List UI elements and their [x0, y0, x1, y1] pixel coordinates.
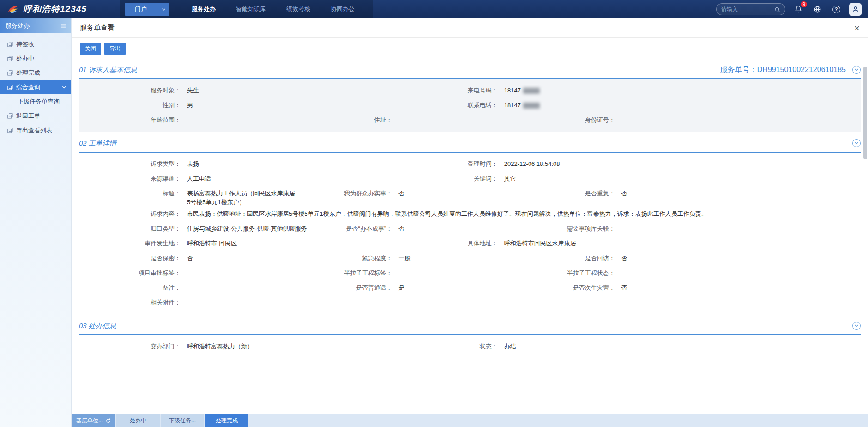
field-row: 年龄范围：住址：身份证号： [79, 113, 861, 128]
field-value: 人工电话 [181, 174, 211, 183]
chevron-down-icon[interactable] [157, 7, 169, 12]
field-row: 备注：是否普通话：是是否次生灾害：否 [79, 281, 861, 295]
field-label: 住址： [325, 116, 392, 124]
bottom-tab-label: 基层单位... [76, 417, 103, 425]
field: 交办部门：呼和浩特富泰热力（新） [79, 342, 431, 351]
toolbar: 关闭导出 [72, 38, 868, 59]
field-label: 关键词： [431, 174, 498, 183]
section-collapse-button[interactable] [852, 322, 861, 330]
nav-item[interactable]: 协同办公 [320, 0, 365, 18]
close-icon[interactable]: × [854, 23, 860, 33]
field-value: 呼和浩特市回民区水岸康居 [498, 239, 576, 248]
field-value: 否 [615, 283, 627, 292]
field-value: 是 [392, 283, 404, 292]
app-logo: 呼和浩特12345 [0, 3, 120, 15]
close-button[interactable]: 关闭 [80, 43, 101, 55]
sidebar-item-label: 处理完成 [16, 69, 40, 77]
field-value: 呼和浩特富泰热力（新） [181, 342, 253, 351]
bottom-tab[interactable]: 基层单位... [72, 414, 115, 427]
field: 是否重复：否 [548, 189, 861, 198]
field-label: 诉求类型： [79, 159, 181, 168]
field-row: 标题：表扬富泰热力工作人员（回民区水岸康居5号楼5单元1楼东户）我为群众办实事：… [79, 186, 861, 207]
globe-icon [814, 6, 821, 13]
section-body: 服务对象：先生来电号码：18147性别：男联系电话：18147年龄范围：住址：身… [79, 79, 861, 132]
user-profile-button[interactable] [849, 3, 862, 16]
document-icon [7, 42, 13, 47]
field: 受理时间：2022-12-06 18:54:08 [431, 159, 861, 168]
export-button[interactable]: 导出 [104, 43, 126, 55]
field-value: 18147 [498, 101, 540, 110]
nav-item[interactable]: 绩效考核 [276, 0, 320, 18]
field: 来电号码：18147 [431, 86, 861, 95]
section-collapse-button[interactable] [852, 139, 861, 147]
sidebar-item-label: 下级任务单查询 [18, 98, 60, 106]
section-header: 03 处办信息 [79, 317, 861, 335]
language-button[interactable] [811, 3, 823, 15]
question-icon: ? [832, 6, 840, 13]
collapse-menu-icon[interactable] [60, 23, 66, 29]
search-icon[interactable] [774, 6, 780, 12]
field: 是否回访：否 [548, 254, 861, 262]
sidebar-item-label: 综合查询 [16, 83, 40, 92]
section-title: 03 处办信息 [79, 322, 116, 330]
bottom-tab[interactable]: 下级任务... [161, 414, 204, 427]
field: 服务对象：先生 [79, 86, 431, 95]
logo-icon [7, 4, 19, 14]
field-value: 市民表扬：供暖地址：回民区水岸康居5号楼5单元1楼东户，供暖阀门有异响，联系供暖… [181, 209, 707, 218]
sidebar-item[interactable]: 待签收 [0, 37, 71, 51]
field: 是否普通话：是 [325, 283, 548, 292]
search-input[interactable] [721, 6, 774, 12]
field-label: 具体地址： [431, 239, 498, 248]
document-icon [7, 85, 13, 90]
field-label: 年龄范围： [79, 116, 181, 124]
field: 半拉子工程状态： [548, 268, 861, 277]
document-icon [7, 70, 13, 76]
nav-portal-button[interactable]: 门户 [125, 3, 169, 16]
field-label: 交办部门： [79, 342, 181, 351]
nav-portal-label: 门户 [125, 5, 157, 13]
sidebar: 服务处办 待签收处办中处理完成综合查询下级任务单查询退回工单导出查看列表 [0, 18, 72, 427]
field-value: 呼和浩特市-回民区 [181, 239, 237, 248]
section-collapse-button[interactable] [852, 66, 861, 74]
section: 02 工单详情诉求类型：表扬受理时间：2022-12-06 18:54:08来源… [72, 135, 868, 315]
sidebar-item[interactable]: 处理完成 [0, 66, 71, 80]
sidebar-item[interactable]: 下级任务单查询 [0, 94, 71, 109]
nav-items: 服务处办智能知识库绩效考核协同办公 [181, 0, 365, 18]
field: 具体地址：呼和浩特市回民区水岸康居 [431, 239, 861, 248]
section: 03 处办信息交办部门：呼和浩特富泰热力（新）状态：办结 [72, 317, 868, 359]
field-value: 其它 [498, 174, 516, 183]
field-label: 身份证号： [548, 116, 615, 124]
nav-item[interactable]: 服务处办 [181, 0, 226, 18]
bottom-tab[interactable]: 处理完成 [205, 414, 248, 427]
field: 是否“办不成事”：否 [325, 224, 548, 233]
sidebar-item-label: 退回工单 [16, 112, 40, 120]
form-sections: 01 诉求人基本信息服务单号：DH9915010022120610185服务对象… [72, 61, 868, 359]
field: 性别：男 [79, 101, 431, 110]
sidebar-item[interactable]: 综合查询 [0, 80, 71, 94]
field-label: 是否回访： [548, 254, 615, 262]
field: 诉求类型：表扬 [79, 159, 431, 168]
section: 01 诉求人基本信息服务单号：DH9915010022120610185服务对象… [72, 61, 868, 132]
field: 备注： [79, 283, 325, 292]
nav-item[interactable]: 智能知识库 [226, 0, 276, 18]
bottom-tab[interactable]: 处办中 [116, 414, 160, 427]
sidebar-item[interactable]: 处办中 [0, 51, 71, 66]
field-label: 是否重复： [548, 189, 615, 198]
field-row: 是否保密：否紧急程度：一般是否回访：否 [79, 251, 861, 266]
field-label: 我为群众办实事： [325, 189, 392, 198]
field-label: 性别： [79, 101, 181, 110]
field: 诉求内容：市民表扬：供暖地址：回民区水岸康居5号楼5单元1楼东户，供暖阀门有异响… [79, 209, 861, 218]
help-button[interactable]: ? [830, 3, 842, 15]
scrollbar-thumb[interactable] [863, 67, 867, 159]
notifications-button[interactable]: 9 [792, 3, 804, 15]
sidebar-item[interactable]: 退回工单 [0, 109, 71, 123]
sidebar-item[interactable]: 导出查看列表 [0, 123, 71, 137]
field-label: 诉求内容： [79, 209, 181, 218]
bottom-tab-label: 下级任务... [169, 417, 196, 425]
field-value: 否 [392, 189, 404, 198]
field-value: 办结 [498, 342, 516, 351]
chevron-down-icon [854, 67, 859, 72]
field-label: 来源渠道： [79, 174, 181, 183]
field-value: 否 [392, 224, 404, 233]
topbar: 呼和浩特12345 门户 服务处办智能知识库绩效考核协同办公 9 ? [0, 0, 868, 18]
